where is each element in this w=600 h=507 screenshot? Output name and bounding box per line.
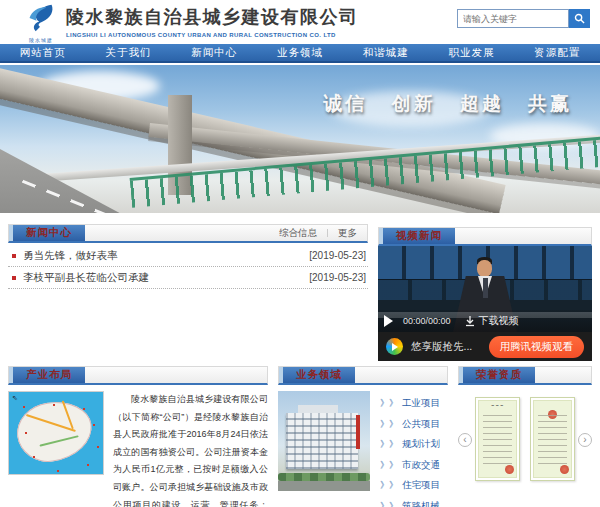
- tab-honors[interactable]: 荣誉资质: [463, 367, 535, 383]
- news-row[interactable]: 李枝平副县长莅临公司承建 [2019-05-23]: [8, 267, 368, 289]
- company-intro-text: 陵水黎族自治县城乡建设有限公司（以下简称“公司”）是经陵水黎族自治县人民政府批准…: [113, 391, 268, 507]
- homepage: 陵水城建 陵水黎族自治县城乡建设有限公司 LINGSHUI LI AUTONOM…: [0, 0, 600, 507]
- business-link-industrial[interactable]: 》》工业项目: [380, 393, 440, 414]
- nav-item-career[interactable]: 职业发展: [429, 44, 515, 61]
- news-section: 新闻中心 综合信息 更多 勇当先锋，做好表率 [2019-05-23] 李枝平副…: [8, 224, 368, 289]
- office-building-image: [278, 391, 370, 491]
- honors-section: 荣誉资质 ‹ ━ ━ ━ ›: [458, 366, 592, 487]
- nav-item-business[interactable]: 业务领域: [257, 44, 343, 61]
- industry-header: 产业布局: [8, 366, 268, 385]
- business-link-label: 市政交通: [402, 459, 440, 470]
- nav-item-home[interactable]: 网站首页: [0, 44, 86, 61]
- business-header: 业务领域: [278, 366, 448, 385]
- news-date: [2019-05-23]: [309, 250, 368, 261]
- download-label: 下载视频: [479, 314, 519, 328]
- business-links: 》》工业项目 》》公共项目 》》规划计划 》》市政交通 》》住宅项目 》》筑路机…: [370, 391, 440, 507]
- certificate-image[interactable]: [530, 397, 575, 481]
- site-header: 陵水城建 陵水黎族自治县城乡建设有限公司 LINGSHUI LI AUTONOM…: [0, 0, 600, 44]
- promo-text: 悠享版抢先...: [411, 340, 472, 354]
- tencent-promo-bar: 悠享版抢先... 用腾讯视频观看: [378, 332, 592, 361]
- news-list: 勇当先锋，做好表率 [2019-05-23] 李枝平副县长莅临公司承建 [201…: [8, 243, 368, 289]
- red-square-bullet: [12, 254, 16, 258]
- tencent-video-icon[interactable]: [386, 338, 403, 355]
- business-body: 》》工业项目 》》公共项目 》》规划计划 》》市政交通 》》住宅项目 》》筑路机…: [278, 385, 448, 507]
- double-angle-icon: 》》: [380, 419, 398, 429]
- video-news-section: 视频新闻 00:00/00:00 下载视频: [378, 227, 592, 361]
- business-link-public[interactable]: 》》公共项目: [380, 414, 440, 435]
- watch-on-tencent-button[interactable]: 用腾讯视频观看: [489, 336, 585, 358]
- business-link-label: 公共项目: [402, 418, 440, 429]
- header-spacer: [85, 367, 267, 383]
- tab-video-news[interactable]: 视频新闻: [383, 228, 455, 244]
- business-link-road-machinery[interactable]: 》》筑路机械: [380, 496, 440, 507]
- double-angle-icon: 》》: [380, 460, 398, 470]
- logo-swoosh-icon: [25, 3, 57, 33]
- honors-header: 荣誉资质: [458, 366, 592, 385]
- main-nav: 网站首页 关于我们 新闻中心 业务领域 和谐城建 职业发展 资源配置: [0, 44, 600, 63]
- banner-slogan: 诚信 创新 超越 共赢: [323, 91, 572, 117]
- double-angle-icon: 》》: [380, 439, 398, 449]
- news-category-link[interactable]: 综合信息: [269, 225, 327, 241]
- news-anchor-art: [483, 278, 488, 298]
- news-title[interactable]: 勇当先锋，做好表率: [23, 249, 118, 263]
- company-names: 陵水黎族自治县城乡建设有限公司 LINGSHUI LI AUTONOMOUS C…: [66, 5, 359, 38]
- business-link-label: 筑路机械: [402, 500, 440, 507]
- building-art: [286, 413, 358, 469]
- search-input[interactable]: [457, 9, 569, 28]
- tab-business-areas[interactable]: 业务领域: [283, 367, 355, 383]
- hainan-map-image: ⇖: [8, 391, 104, 475]
- carousel-prev-button[interactable]: ‹: [458, 433, 472, 447]
- certificate-art: ━ ━ ━: [476, 403, 519, 408]
- business-link-label: 住宅项目: [402, 479, 440, 490]
- header-spacer: [355, 367, 447, 383]
- double-angle-icon: 》》: [380, 501, 398, 507]
- certificate-art: [483, 412, 512, 464]
- industry-layout-section: 产业布局 ⇖ 陵水黎族自治县城乡建设有限公司（以下简称“公司”）是经陵水黎族自治…: [8, 366, 268, 507]
- video-header: 视频新闻: [378, 227, 592, 246]
- business-link-residential[interactable]: 》》住宅项目: [380, 475, 440, 496]
- news-row[interactable]: 勇当先锋，做好表率 [2019-05-23]: [8, 245, 368, 267]
- news-date: [2019-05-23]: [309, 272, 368, 283]
- news-title[interactable]: 李枝平副县长莅临公司承建: [23, 271, 149, 285]
- search-icon: [574, 13, 585, 24]
- playback-time: 00:00/00:00: [403, 316, 451, 326]
- red-seal-art: [505, 465, 514, 474]
- video-player[interactable]: 00:00/00:00 下载视频: [378, 246, 592, 332]
- certificate-art: [538, 412, 567, 464]
- play-glyph: [392, 343, 398, 351]
- industry-body: ⇖ 陵水黎族自治县城乡建设有限公司（以下简称“公司”）是经陵水黎族自治县人民政府…: [8, 385, 268, 507]
- carousel-next-button[interactable]: ›: [578, 433, 592, 447]
- logo-caption: 陵水城建: [22, 37, 60, 43]
- nav-item-about[interactable]: 关于我们: [86, 44, 172, 61]
- business-link-label: 规划计划: [402, 438, 440, 449]
- certificate-carousel: ‹ ━ ━ ━ ›: [458, 397, 592, 487]
- business-link-label: 工业项目: [402, 397, 440, 408]
- download-video-button[interactable]: 下载视频: [465, 314, 519, 328]
- double-angle-icon: 》》: [380, 398, 398, 408]
- news-more-link[interactable]: 更多: [328, 225, 367, 241]
- nav-item-resources[interactable]: 资源配置: [514, 44, 600, 61]
- tab-news-center[interactable]: 新闻中心: [13, 225, 85, 241]
- news-anchor-art: [477, 260, 492, 277]
- business-link-municipal-transport[interactable]: 》》市政交通: [380, 455, 440, 476]
- header-spacer: [535, 367, 591, 383]
- search-button[interactable]: [569, 9, 590, 28]
- double-angle-icon: 》》: [380, 480, 398, 490]
- play-icon[interactable]: [384, 315, 393, 327]
- trees-art: [278, 473, 370, 481]
- company-logo[interactable]: 陵水城建: [22, 3, 60, 43]
- tab-industry-layout[interactable]: 产业布局: [13, 367, 85, 383]
- company-name: 陵水黎族自治县城乡建设有限公司: [66, 5, 359, 29]
- nav-item-harmony[interactable]: 和谐城建: [343, 44, 429, 61]
- nav-item-news[interactable]: 新闻中心: [171, 44, 257, 61]
- company-name-en: LINGSHUI LI AUTONOMOUS COUNTY URBAN AND …: [66, 32, 359, 38]
- header-spacer: [455, 228, 591, 244]
- red-seal-art: [560, 465, 569, 474]
- map-compass-art: ⇖: [12, 394, 18, 402]
- header-spacer: [85, 225, 269, 241]
- business-areas-section: 业务领域 》》工业项目 》》公共项目 》》规划计划 》》市政交通 》》住宅项目 …: [278, 366, 448, 507]
- search-box: [457, 9, 590, 28]
- business-link-planning[interactable]: 》》规划计划: [380, 434, 440, 455]
- download-icon: [465, 316, 475, 327]
- certificate-image[interactable]: ━ ━ ━: [475, 397, 520, 481]
